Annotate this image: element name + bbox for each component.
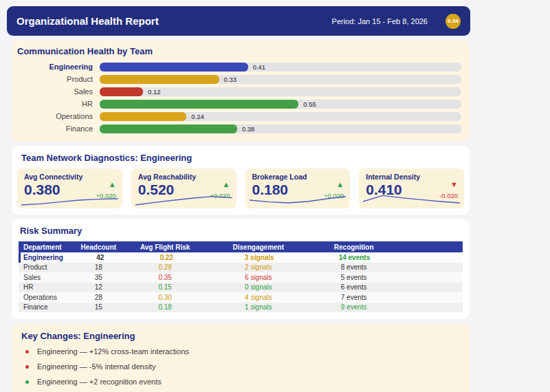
bar-value-label: 0.55 (303, 100, 316, 109)
cell-recognition: 6 events (307, 283, 401, 291)
sparkline-chart (250, 193, 346, 206)
header-cell: Recognition (307, 243, 401, 251)
cell-recognition: 7 events (307, 294, 401, 301)
team-label: Sales (17, 87, 100, 96)
team-label: Product (17, 75, 100, 83)
risk-table-row: Operations 28 0.30 4 signals 7 events (19, 292, 463, 303)
bullet-dot-icon (25, 365, 29, 369)
bar-track: 0.33 (100, 75, 461, 84)
team-bar-chart: Engineering 0.41 Product 0.33 Sales 0.12… (17, 61, 461, 135)
key-changes-section: Key Changes: Engineering Engineering — +… (12, 324, 470, 392)
risk-table-row: HR 12 0.15 0 signals 6 events (19, 283, 463, 293)
bar-value-label: 0.33 (224, 75, 237, 84)
cell-disengagement: 0 signals (210, 283, 307, 291)
cell-department: Sales (19, 274, 76, 281)
page-title: Organizational Health Report (16, 15, 332, 27)
cell-flight-risk: 0.22 (122, 254, 211, 261)
team-bar-row: Product 0.33 (17, 73, 461, 85)
metric-card: Brokerage Load 0.180 ▲ +0.020 (245, 168, 351, 208)
trend-arrow-icon: ▲ (324, 180, 344, 188)
communication-health-section: Communication Health by Team Engineering… (12, 40, 470, 141)
metric-card: Avg Connectivity 0.380 ▲ +0.020 (17, 168, 122, 208)
sparkline-chart (135, 193, 232, 206)
key-change-text: Engineering — -5% internal density (37, 362, 155, 371)
network-diagnostics-section: Team Network Diagnostics: Engineering Av… (12, 146, 470, 215)
metric-cards: Avg Connectivity 0.380 ▲ +0.020 Avg Reac… (17, 168, 464, 208)
key-changes-title: Key Changes: Engineering (21, 331, 460, 341)
team-label: Operations (17, 112, 100, 120)
team-label: Engineering (17, 63, 100, 71)
period-label: Period: Jan 15 - Feb 8, 2026 (332, 17, 428, 25)
risk-table: DepartmentHeadcountAvg Flight RiskDiseng… (19, 241, 463, 312)
bar-fill (100, 112, 186, 121)
bar-fill (100, 124, 237, 133)
cell-recognition: 14 events (308, 254, 401, 261)
cell-recognition: 9 events (307, 303, 401, 311)
key-change-text: Engineering — +2 recognition events (37, 378, 162, 386)
team-label: Finance (17, 124, 100, 133)
cell-department: Engineering (21, 254, 78, 261)
bar-track: 0.12 (100, 87, 461, 96)
key-change-item: Engineering — -5% internal density (21, 362, 460, 371)
team-label: HR (17, 100, 100, 108)
bar-track: 0.41 (100, 63, 461, 72)
cell-disengagement: 1 signals (210, 303, 307, 311)
team-bar-row: Engineering 0.41 (17, 61, 461, 73)
team-bar-row: Finance 0.38 (17, 122, 461, 135)
bar-track: 0.55 (100, 100, 461, 109)
header-cell: Department (19, 243, 76, 251)
bar-track: 0.24 (100, 112, 461, 121)
trend-arrow-icon: ▲ (210, 180, 230, 188)
health-score-badge: 0.34 (446, 14, 461, 29)
report-header: Organizational Health Report Period: Jan… (7, 6, 470, 36)
risk-table-row: Finance 15 0.18 1 signals 9 events (19, 303, 463, 313)
cell-department: Operations (19, 294, 76, 301)
bar-fill (100, 87, 143, 96)
cell-headcount: 28 (76, 294, 121, 301)
cell-disengagement: 6 signals (210, 274, 307, 281)
risk-table-body: Engineering 42 0.22 3 signals 14 events … (19, 252, 463, 312)
sparkline-chart (363, 193, 460, 206)
cell-department: Finance (19, 303, 76, 311)
header-cell: Headcount (76, 243, 121, 251)
risk-table-row: Sales 35 0.35 6 signals 5 events (19, 272, 463, 283)
trend-arrow-icon: ▲ (96, 180, 116, 188)
bar-value-label: 0.24 (191, 112, 204, 121)
key-change-text: Engineering — +12% cross-team interactio… (37, 347, 189, 356)
cell-flight-risk: 0.15 (121, 283, 210, 291)
bar-track: 0.38 (100, 124, 461, 133)
bar-value-label: 0.38 (242, 124, 255, 133)
diagnostics-section-title: Team Network Diagnostics: Engineering (21, 153, 464, 163)
cell-recognition: 8 events (307, 263, 401, 271)
bar-value-label: 0.41 (253, 63, 266, 72)
bar-fill (100, 100, 298, 109)
bullet-dot-icon (25, 350, 29, 353)
team-bar-row: Operations 0.24 (17, 110, 461, 122)
cell-flight-risk: 0.35 (121, 274, 210, 281)
cell-disengagement: 3 signals (210, 254, 307, 261)
cell-department: HR (19, 283, 76, 291)
risk-summary-section: Risk Summary DepartmentHeadcountAvg Flig… (12, 219, 470, 319)
cell-disengagement: 4 signals (210, 294, 307, 301)
cell-department: Product (19, 263, 76, 271)
cell-headcount: 18 (76, 263, 121, 271)
bar-value-label: 0.12 (148, 87, 161, 96)
key-change-item: Engineering — +2 recognition events (21, 378, 460, 386)
communication-section-title: Communication Health by Team (17, 46, 461, 56)
cell-flight-risk: 0.30 (121, 294, 210, 301)
cell-flight-risk: 0.18 (121, 303, 210, 311)
metric-card: Avg Reachability 0.520 ▲ +0.020 (131, 168, 236, 208)
team-bar-row: Sales 0.12 (17, 85, 461, 98)
bullet-dot-icon (25, 380, 29, 384)
team-bar-row: HR 0.55 (17, 98, 461, 110)
cell-recognition: 5 events (307, 274, 401, 281)
header-cell: Disengagement (210, 243, 307, 251)
cell-disengagement: 2 signals (210, 263, 307, 271)
bar-fill (100, 63, 248, 72)
risk-table-header: DepartmentHeadcountAvg Flight RiskDiseng… (19, 241, 463, 252)
key-changes-list: Engineering — +12% cross-team interactio… (21, 347, 460, 386)
sparkline-chart (21, 193, 118, 206)
cell-flight-risk: 0.28 (121, 263, 210, 271)
metric-card: Internal Density 0.410 ▼ -0.020 (359, 168, 464, 208)
header-cell: Avg Flight Risk (121, 243, 210, 251)
